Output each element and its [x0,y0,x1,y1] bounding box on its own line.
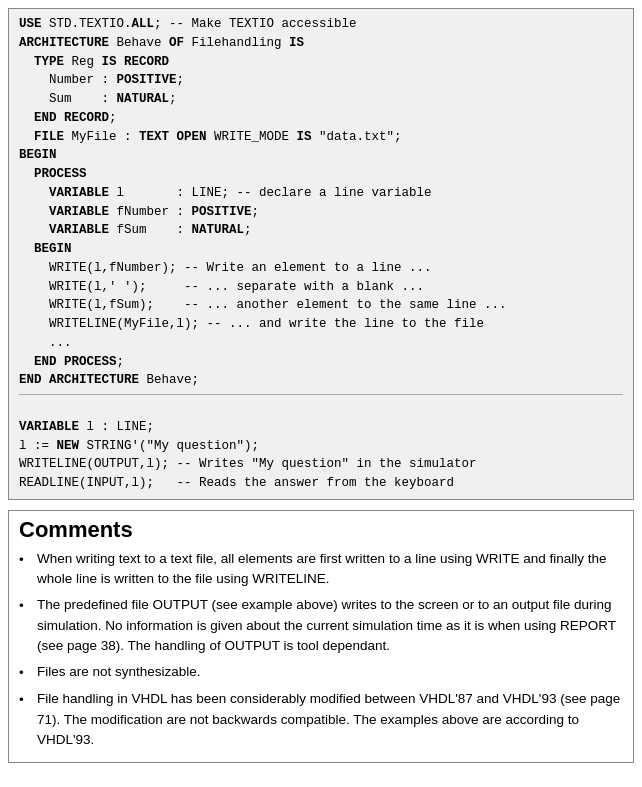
comments-title: Comments [19,517,623,543]
comment-text: File handling in VHDL has been considera… [37,689,623,750]
code-block-main: USE STD.TEXTIO.ALL; -- Make TEXTIO acces… [8,8,634,500]
bullet-icon: • [19,550,33,570]
comment-text: The predefined file OUTPUT (see example … [37,595,623,656]
list-item: • When writing text to a text file, all … [19,549,623,590]
comment-text: Files are not synthesizable. [37,662,201,682]
list-item: • The predefined file OUTPUT (see exampl… [19,595,623,656]
bullet-icon: • [19,690,33,710]
comment-text: When writing text to a text file, all el… [37,549,623,590]
list-item: • Files are not synthesizable. [19,662,623,683]
comment-list: • When writing text to a text file, all … [19,549,623,750]
list-item: • File handling in VHDL has been conside… [19,689,623,750]
comments-section: Comments • When writing text to a text f… [8,510,634,763]
bullet-icon: • [19,596,33,616]
bullet-icon: • [19,663,33,683]
